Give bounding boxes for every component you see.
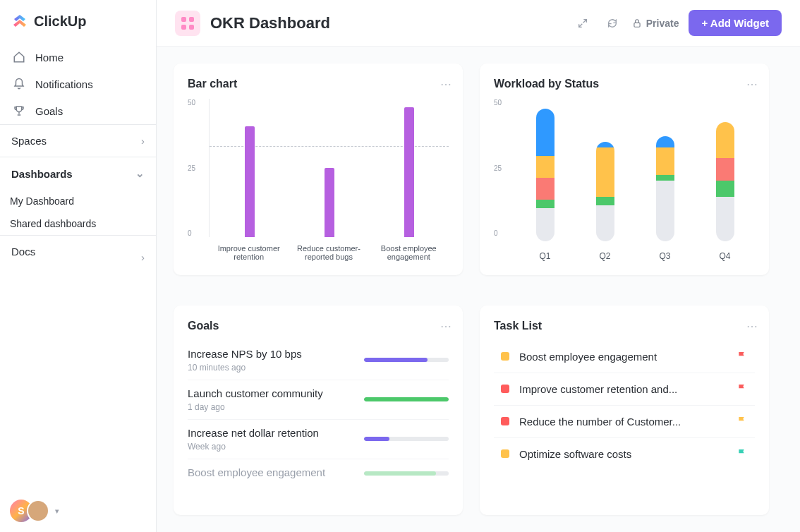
nav-home-label: Home [35, 52, 63, 64]
task-name: Boost employee engagement [519, 351, 727, 363]
logo[interactable]: ClickUp [0, 0, 156, 38]
dashboard-icon [175, 11, 200, 36]
svg-rect-2 [181, 25, 186, 30]
task-item[interactable]: Boost employee engagement [494, 341, 755, 373]
x-label: Q3 [659, 251, 670, 261]
widget-menu-button[interactable]: ⋯ [440, 78, 453, 91]
task-name: Improve customer retention and... [519, 383, 727, 395]
goal-progress [364, 358, 449, 362]
bar-segment [716, 122, 734, 158]
goal-progress [364, 437, 449, 441]
widget-bar-chart: Bar chart ⋯ 50250Improve customer retent… [174, 64, 463, 275]
goal-progress [364, 397, 449, 401]
privacy-toggle[interactable]: Private [632, 18, 679, 29]
svg-rect-1 [189, 17, 194, 22]
chevron-down-icon: ⌄ [135, 167, 145, 180]
privacy-label: Private [646, 18, 679, 29]
goal-name: Boost employee engagement [188, 466, 356, 478]
nav-spaces-label: Spaces [11, 135, 47, 147]
goal-time: 10 minutes ago [188, 363, 356, 373]
x-label: Q2 [599, 251, 610, 261]
expand-button[interactable] [573, 13, 593, 33]
bar-segment [656, 175, 674, 181]
stacked-bar[interactable] [536, 109, 554, 241]
add-widget-button[interactable]: + Add Widget [689, 10, 782, 36]
bar-segment [536, 200, 554, 208]
goal-progress [364, 471, 449, 476]
svg-rect-0 [181, 17, 186, 22]
nav-goals[interactable]: Goals [0, 97, 156, 124]
nav-goals-label: Goals [35, 105, 63, 117]
bar[interactable] [404, 107, 414, 237]
sidebar: ClickUp Home Notifications Goals Spaces … [0, 0, 157, 532]
y-tick: 25 [188, 164, 206, 172]
svg-rect-4 [634, 23, 640, 27]
nav-docs[interactable]: Docs › [0, 236, 156, 267]
chevron-down-icon: ▾ [55, 507, 59, 516]
bar-segment [536, 208, 554, 241]
y-tick: 50 [188, 99, 206, 107]
bar-segment [716, 197, 734, 241]
widget-menu-button[interactable]: ⋯ [746, 78, 759, 91]
stacked-bar[interactable] [596, 142, 614, 241]
widget-title: Goals [188, 320, 449, 332]
goal-item[interactable]: Increase NPS by 10 bps10 minutes ago [188, 341, 449, 380]
header: OKR Dashboard Private + Add Widget [157, 0, 800, 47]
stacked-bar[interactable] [716, 122, 734, 241]
bar[interactable] [325, 168, 334, 237]
status-square [501, 449, 509, 458]
y-tick: 25 [494, 164, 512, 172]
flag-icon [737, 448, 748, 459]
goal-time: 1 day ago [188, 402, 356, 412]
flag-icon [737, 351, 748, 362]
bar-segment [536, 156, 554, 178]
y-tick: 0 [494, 229, 512, 237]
chevron-right-icon: › [141, 251, 145, 263]
widget-menu-button[interactable]: ⋯ [746, 320, 759, 333]
nav-my-dashboard[interactable]: My Dashboard [0, 190, 156, 212]
nav-spaces[interactable]: Spaces › [0, 125, 156, 157]
nav-home[interactable]: Home [0, 44, 156, 71]
widget-title: Bar chart [188, 78, 449, 90]
task-item[interactable]: Optimize software costs [494, 438, 755, 470]
x-label: Q4 [719, 251, 730, 261]
bar-segment [716, 181, 734, 198]
nav-shared-dashboards[interactable]: Shared dashboards [0, 212, 156, 235]
nav-docs-label: Docs [11, 246, 35, 258]
task-item[interactable]: Improve customer retention and... [494, 373, 755, 406]
goal-name: Launch customer community [188, 387, 356, 399]
task-item[interactable]: Reduce the number of Customer... [494, 406, 755, 438]
x-label: Improve customer retention [214, 244, 284, 261]
bar-segment [596, 197, 614, 205]
nav-notifications[interactable]: Notifications [0, 71, 156, 97]
x-label: Boost employee engagement [373, 244, 444, 261]
home-icon [13, 51, 25, 64]
user-avatars[interactable]: S ▾ [10, 500, 59, 522]
refresh-icon [607, 18, 618, 29]
status-square [501, 385, 509, 393]
bar-segment [536, 109, 554, 156]
expand-icon [577, 18, 588, 29]
widget-menu-button[interactable]: ⋯ [440, 320, 453, 333]
bar-segment [536, 178, 554, 200]
bar-segment [596, 205, 614, 241]
goal-name: Increase NPS by 10 bps [188, 348, 356, 360]
goal-item[interactable]: Boost employee engagement [188, 459, 449, 488]
avatar [27, 500, 49, 522]
task-name: Optimize software costs [519, 448, 727, 460]
clickup-logo-icon [11, 13, 28, 30]
x-label: Q1 [539, 251, 550, 261]
stacked-bar[interactable] [656, 136, 674, 241]
task-name: Reduce the number of Customer... [519, 416, 727, 428]
goal-item[interactable]: Increase net dollar retentionWeek ago [188, 420, 449, 459]
bar[interactable] [245, 126, 255, 237]
goal-item[interactable]: Launch customer community1 day ago [188, 380, 449, 420]
nav-dashboards[interactable]: Dashboards ⌄ [0, 157, 156, 190]
refresh-button[interactable] [602, 13, 622, 33]
flag-icon [737, 416, 748, 427]
nav-notifications-label: Notifications [35, 78, 93, 90]
widget-task-list: Task List ⋯ Boost employee engagementImp… [480, 306, 769, 516]
page-title: OKR Dashboard [210, 14, 563, 32]
bar-segment [656, 136, 674, 147]
chevron-right-icon: › [141, 135, 145, 147]
